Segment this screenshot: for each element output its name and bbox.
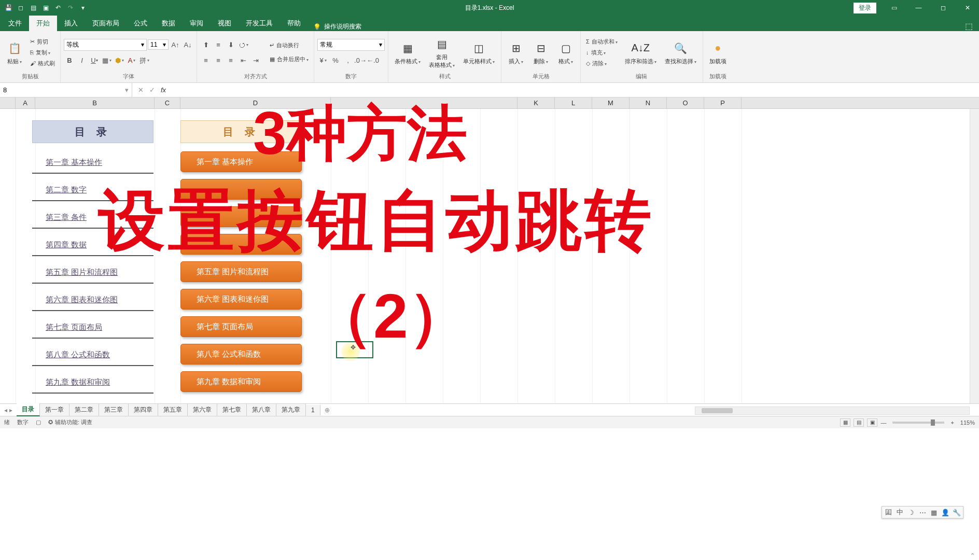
align-center-icon[interactable]: ≡ bbox=[213, 54, 224, 66]
comma-icon[interactable]: , bbox=[342, 55, 354, 66]
col-B[interactable]: B bbox=[35, 97, 155, 108]
vertical-scrollbar[interactable] bbox=[970, 109, 979, 403]
painter-button[interactable]: 🖌格式刷 bbox=[28, 59, 57, 68]
insert-cell-button[interactable]: ⊞插入 bbox=[505, 39, 527, 66]
select-all-corner[interactable] bbox=[0, 97, 16, 108]
fill-color-icon[interactable]: ⬢ bbox=[114, 55, 125, 66]
link-ch1[interactable]: 第一章 基本操作 bbox=[32, 155, 153, 174]
percent-icon[interactable]: % bbox=[330, 55, 341, 66]
ft-icon-6[interactable]: 🔧 bbox=[953, 508, 961, 516]
align-left-icon[interactable]: ≡ bbox=[200, 54, 212, 66]
sort-button[interactable]: A↓Z排序和筛选 bbox=[622, 39, 660, 66]
size-combo[interactable]: 11▾ bbox=[148, 39, 169, 50]
shape-ch2[interactable] bbox=[180, 179, 302, 200]
col-P[interactable]: P bbox=[704, 97, 742, 108]
horizontal-scrollbar[interactable] bbox=[695, 407, 970, 415]
cut-button[interactable]: ✂剪切 bbox=[28, 37, 57, 47]
underline-icon[interactable]: U▾ bbox=[89, 55, 100, 66]
link-ch9[interactable]: 第九章 数据和审阅 bbox=[32, 374, 153, 394]
format-cell-button[interactable]: ▢格式 bbox=[554, 39, 577, 66]
copy-button[interactable]: ⎘复制 bbox=[28, 48, 57, 58]
ft-icon-4[interactable]: ▦ bbox=[930, 508, 938, 516]
fx-icon[interactable]: fx bbox=[158, 86, 169, 94]
ft-icon-5[interactable]: 👤 bbox=[941, 508, 949, 516]
shrink-font-icon[interactable]: A↓ bbox=[182, 39, 193, 50]
sheet-nav[interactable]: ◂▸ bbox=[0, 407, 17, 414]
align-right-icon[interactable]: ≡ bbox=[225, 54, 236, 66]
sheet-tab-4[interactable]: 第四章 bbox=[129, 404, 158, 416]
link-ch7[interactable]: 第七章 页面布局 bbox=[32, 319, 153, 339]
font-combo[interactable]: 等线▾ bbox=[64, 39, 147, 51]
link-ch8[interactable]: 第八章 公式和函数 bbox=[32, 347, 153, 366]
grid-body[interactable]: 目 录 第一章 基本操作 第二章 数字 第三章 条件 第四章 数据 第五章 图片… bbox=[0, 109, 979, 403]
shape-ch8[interactable]: 第八章 公式和函数 bbox=[180, 344, 302, 365]
new-file-icon[interactable]: ◻ bbox=[17, 4, 25, 12]
dec-decimal-icon[interactable]: ←.0 bbox=[367, 55, 379, 66]
indent-dec-icon[interactable]: ⇤ bbox=[237, 54, 249, 66]
ft-icon-1[interactable]: 中 bbox=[896, 508, 904, 516]
save-icon[interactable]: 💾 bbox=[4, 4, 12, 12]
align-bot-icon[interactable]: ⬇ bbox=[225, 39, 236, 50]
shape-ch4[interactable] bbox=[180, 234, 302, 255]
close-icon[interactable]: ✕ bbox=[956, 0, 979, 16]
sheet-tab-8[interactable]: 第八章 bbox=[247, 404, 276, 416]
doc-icon[interactable]: ▤ bbox=[29, 4, 37, 12]
sheet-tab-2[interactable]: 第二章 bbox=[69, 404, 99, 416]
col-M[interactable]: M bbox=[592, 97, 630, 108]
addin-button[interactable]: ●加载项 bbox=[706, 39, 730, 66]
col-C[interactable]: C bbox=[155, 97, 180, 108]
status-access[interactable]: ✪辅助功能: 调查 bbox=[48, 418, 92, 426]
cancel-icon[interactable]: ✕ bbox=[135, 86, 146, 94]
link-ch6[interactable]: 第六章 图表和迷你图 bbox=[32, 292, 153, 311]
tab-dev[interactable]: 开发工具 bbox=[239, 16, 280, 31]
orient-icon[interactable]: ⭯ bbox=[237, 39, 249, 50]
shape-ch9[interactable]: 第九章 数据和审阅 bbox=[180, 371, 302, 392]
col-K[interactable]: K bbox=[518, 97, 555, 108]
name-box[interactable]: 8▾ bbox=[0, 83, 132, 97]
wrap-button[interactable]: ↵自动换行 bbox=[268, 40, 311, 50]
shape-ch6[interactable]: 第六章 图表和迷你图 bbox=[180, 289, 302, 310]
col-L[interactable]: L bbox=[555, 97, 592, 108]
merge-button[interactable]: ▦合并后居中 bbox=[268, 54, 311, 64]
sheet-tab-toc[interactable]: 目录 bbox=[17, 403, 40, 416]
add-sheet-icon[interactable]: ⊕ bbox=[320, 407, 334, 414]
indent-inc-icon[interactable]: ⇥ bbox=[250, 54, 261, 66]
paste-button[interactable]: 📋 粘贴 bbox=[3, 39, 26, 66]
shape-ch1[interactable]: 第一章 基本操作 bbox=[180, 151, 302, 172]
sheet-tab-7[interactable]: 第七章 bbox=[217, 404, 247, 416]
minimize-icon[interactable]: — bbox=[907, 0, 930, 16]
font-color-icon[interactable]: A bbox=[126, 55, 137, 66]
sheet-tab-3[interactable]: 第三章 bbox=[99, 404, 129, 416]
col-gap[interactable] bbox=[331, 97, 518, 108]
find-button[interactable]: 🔍查找和选择 bbox=[662, 39, 700, 66]
cond-format-button[interactable]: ▦条件格式 bbox=[391, 39, 424, 66]
login-button[interactable]: 登录 bbox=[854, 3, 876, 13]
shape-ch7[interactable]: 第七章 页面布局 bbox=[180, 316, 302, 337]
col-N[interactable]: N bbox=[630, 97, 667, 108]
zoom-out-icon[interactable]: — bbox=[880, 419, 886, 426]
grow-font-icon[interactable]: A↑ bbox=[170, 39, 181, 50]
view-pagelayout-icon[interactable]: ▤ bbox=[854, 418, 864, 427]
undo-icon[interactable]: ↶ bbox=[54, 4, 62, 12]
shape-ch5[interactable]: 第五章 图片和流程图 bbox=[180, 261, 302, 282]
currency-icon[interactable]: ¥ bbox=[317, 55, 329, 66]
bold-icon[interactable]: B bbox=[64, 55, 75, 66]
align-top-icon[interactable]: ⬆ bbox=[200, 39, 212, 50]
sheet-tab-9[interactable]: 第九章 bbox=[276, 404, 306, 416]
shape-ch3[interactable] bbox=[180, 206, 302, 227]
zoom-level[interactable]: 115% bbox=[960, 419, 975, 426]
tab-view[interactable]: 视图 bbox=[211, 16, 239, 31]
open-icon[interactable]: ▣ bbox=[41, 4, 50, 12]
status-macro-icon[interactable]: ▢ bbox=[36, 419, 41, 426]
fill-button[interactable]: ↓填充 bbox=[584, 48, 620, 58]
link-ch4[interactable]: 第四章 数据 bbox=[32, 237, 153, 256]
table-format-button[interactable]: ▤套用 表格格式 bbox=[426, 35, 458, 70]
sheet-tab-6[interactable]: 第六章 bbox=[188, 404, 217, 416]
tab-formula[interactable]: 公式 bbox=[127, 16, 155, 31]
number-format-combo[interactable]: 常规▾ bbox=[317, 39, 385, 51]
ribbon-display-icon[interactable]: ▭ bbox=[883, 0, 906, 16]
ft-icon-0[interactable]: 囸 bbox=[884, 508, 892, 516]
tab-file[interactable]: 文件 bbox=[1, 16, 29, 31]
tab-data[interactable]: 数据 bbox=[155, 16, 183, 31]
redo-icon[interactable]: ↷ bbox=[66, 4, 75, 12]
